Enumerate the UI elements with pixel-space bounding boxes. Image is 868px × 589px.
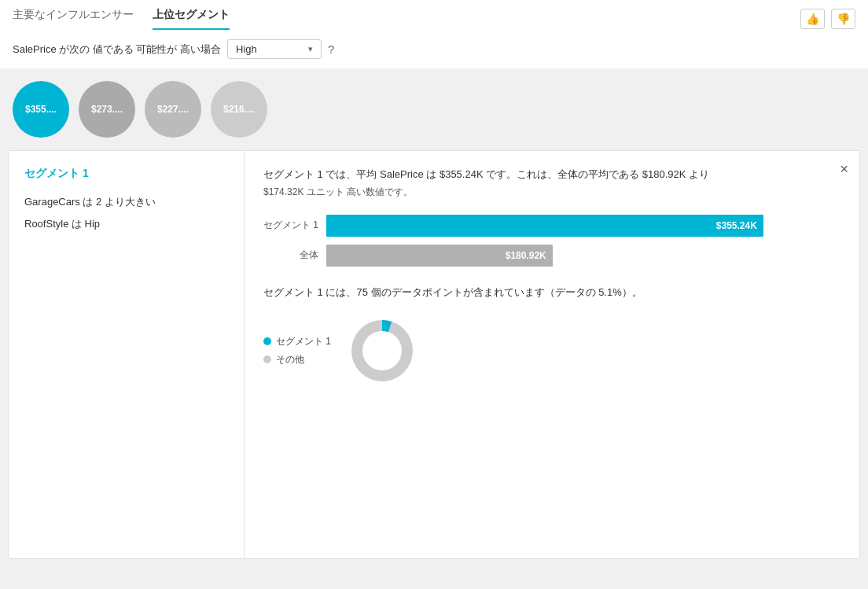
segment-title: セグメント 1 — [24, 167, 228, 181]
bar-outer-1: $180.92K — [326, 245, 840, 267]
bubbles-row: $355.... $273.... $227.... $216.... — [0, 68, 868, 144]
filter-select[interactable]: High ▾ — [227, 39, 322, 59]
app-container: 主要なインフルエンサー 上位セグメント 👍 👎 SalePrice が次の 値で… — [0, 0, 868, 589]
bubble-label-0: $355.... — [25, 104, 57, 115]
legend-label-0: セグメント 1 — [276, 335, 331, 348]
bubble-2[interactable]: $227.... — [145, 81, 201, 138]
bar-label-0: セグメント 1 — [263, 219, 318, 232]
filter-value: High — [236, 43, 303, 55]
legend-items: セグメント 1 その他 — [263, 335, 331, 366]
condition-0: GarageCars は 2 より大きい — [24, 195, 228, 209]
donut-area: セグメント 1 その他 — [263, 315, 840, 386]
bar-chart: セグメント 1 $355.24K 全体 $180.92K — [263, 215, 840, 267]
legend-dot-0 — [263, 337, 271, 345]
desc-main: セグメント 1 では、平均 SalePrice は $355.24K です。これ… — [263, 167, 814, 182]
desc-sub: $174.32K ユニット 高い数値です。 — [263, 186, 840, 199]
condition-1: RoofStyle は Hip — [24, 217, 228, 231]
tab-influencers[interactable]: 主要なインフルエンサー — [13, 8, 134, 30]
bar-label-1: 全体 — [263, 248, 318, 262]
bubble-label-3: $216.... — [223, 104, 255, 115]
header: 主要なインフルエンサー 上位セグメント 👍 👎 — [0, 0, 868, 30]
filter-bar: SalePrice が次の 値である 可能性が 高い場合 High ▾ ? — [0, 30, 868, 68]
header-tabs: 主要なインフルエンサー 上位セグメント — [13, 8, 230, 30]
header-actions: 👍 👎 — [800, 9, 855, 29]
bubble-label-2: $227.... — [157, 104, 189, 115]
thumbdown-button[interactable]: 👎 — [831, 9, 855, 29]
main-panel: セグメント 1 GarageCars は 2 より大きい RoofStyle は… — [8, 150, 860, 559]
legend-item-0: セグメント 1 — [263, 335, 331, 348]
filter-label: SalePrice が次の 値である 可能性が 高い場合 — [13, 42, 221, 57]
legend-dot-1 — [263, 355, 271, 363]
bubble-label-1: $273.... — [91, 104, 123, 115]
tab-top-segments[interactable]: 上位セグメント — [153, 8, 230, 30]
bar-fill-0: $355.24K — [326, 215, 763, 237]
donut-chart — [347, 315, 417, 386]
legend-item-1: その他 — [263, 353, 331, 366]
svg-point-2 — [366, 335, 398, 366]
bubble-0[interactable]: $355.... — [13, 81, 69, 138]
bar-fill-1: $180.92K — [326, 245, 553, 267]
bar-value-1: $180.92K — [506, 250, 546, 261]
bubble-1[interactable]: $273.... — [79, 81, 135, 138]
help-icon[interactable]: ? — [328, 42, 334, 56]
bubble-3[interactable]: $216.... — [211, 81, 267, 138]
bar-outer-0: $355.24K — [326, 215, 840, 237]
close-button[interactable]: × — [840, 162, 848, 176]
right-panel: × セグメント 1 では、平均 SalePrice は $355.24K です。… — [245, 151, 859, 558]
thumbup-button[interactable]: 👍 — [800, 9, 825, 29]
datapoint-text: セグメント 1 には、75 個のデータポイントが含まれています（データの 5.1… — [263, 285, 840, 300]
chevron-down-icon: ▾ — [308, 44, 313, 54]
left-panel: セグメント 1 GarageCars は 2 より大きい RoofStyle は… — [9, 151, 245, 558]
legend-label-1: その他 — [276, 353, 304, 366]
bar-value-0: $355.24K — [716, 220, 757, 231]
bar-row-1: 全体 $180.92K — [263, 245, 840, 267]
bar-row-0: セグメント 1 $355.24K — [263, 215, 840, 237]
